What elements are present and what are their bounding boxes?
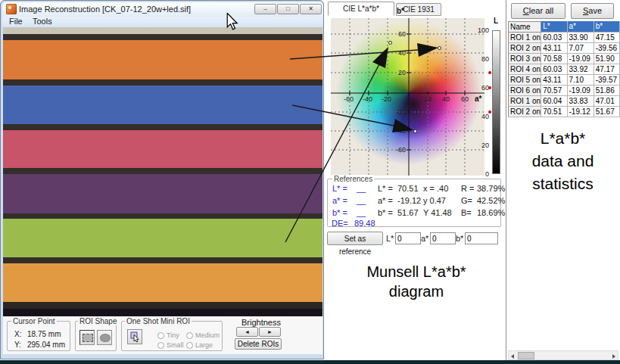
b-tick: 60 — [398, 30, 406, 38]
radio-medium[interactable] — [186, 332, 193, 339]
roi-b: 51.86 — [594, 86, 620, 96]
table-row[interactable]: ROI 4 on C 60.03 33.92 47.17 — [508, 64, 620, 75]
roi-ellipse-button[interactable] — [97, 330, 112, 345]
title-bar[interactable]: Image Reconstruction [CK_07-12_20w+led.s… — [2, 2, 323, 17]
cursor-y-value: 295.04 mm — [27, 341, 65, 349]
delete-rois-button[interactable]: Delete ROIs — [235, 338, 282, 350]
set-as-reference-button[interactable]: Set as reference — [327, 232, 383, 245]
a-tick: -40 — [363, 95, 372, 103]
radio-tiny-label: Tiny — [167, 331, 179, 339]
tab-cie-lab[interactable]: CIE L*a*b* — [328, 2, 394, 16]
table-row[interactable]: ROI 6 on C 70.57 -19.09 51.86 — [508, 86, 620, 96]
b-tick: -60 — [396, 146, 406, 154]
image-reconstruction-window: Image Reconstruction [CK_07-12_20w+led.s… — [0, 0, 324, 359]
delete-rois-label: Delete ROIs — [238, 340, 279, 348]
brightness-label: Brightness — [241, 318, 281, 327]
set-ref-b-label: b* — [456, 234, 463, 243]
rgb-b-label: B= — [461, 208, 472, 217]
roi-name: ROI 1 on C — [508, 33, 541, 43]
image-stripe — [3, 309, 322, 316]
roi-rectangle-button[interactable] — [79, 330, 95, 345]
roi-name: ROI 2 on C — [508, 43, 541, 54]
rgb-r-label: R = — [461, 184, 474, 193]
roi-name: ROI 6 on C — [508, 86, 541, 96]
lab-diagram[interactable]: 60 40 20 -20 -40 -60 -60 -40 -20 20 40 6… — [331, 18, 484, 176]
lab-data-annotation-line1: L*a*b* — [506, 127, 619, 150]
b-tick: -40 — [396, 127, 406, 135]
table-row[interactable]: ROI 1 on C 60.04 33.83 47.01 — [508, 96, 620, 107]
rgb-g-value: 42.52% — [477, 196, 505, 205]
delta-e-value: 89.48 — [354, 219, 375, 228]
brightness-decrease-button[interactable]: ◄ — [236, 327, 258, 337]
minimize-button[interactable]: – — [254, 4, 276, 14]
set-ref-a-label: a* — [421, 234, 428, 243]
menu-tools[interactable]: Tools — [30, 17, 55, 26]
ellipse-roi-icon — [100, 334, 111, 342]
image-stripe — [3, 213, 322, 219]
roi-a: 33.92 — [568, 64, 594, 75]
rgb-r-value: 38.79% — [477, 184, 505, 193]
l-axis-label: L — [494, 17, 498, 25]
a-axis-label: a* — [475, 95, 481, 103]
cursor-point-label: Cursor Point — [11, 317, 57, 325]
column-header-a[interactable]: a* — [568, 21, 594, 33]
l-tick: 40 — [475, 113, 489, 120]
ref-a-blank: __ — [357, 196, 366, 205]
roi-name: ROI 1 on C — [508, 96, 541, 107]
roi-b: 51.90 — [594, 54, 620, 64]
image-stripe-orange2 — [3, 263, 322, 302]
one-shot-roi-button[interactable] — [127, 329, 142, 344]
scrollbar-thumb[interactable] — [518, 352, 534, 359]
menu-bar: File Tools — [2, 17, 323, 28]
scroll-left-arrow-icon[interactable] — [511, 354, 514, 359]
radio-tiny[interactable] — [157, 332, 164, 339]
cursor-point-group: Cursor Point X: 18.75 mm Y: 295.04 mm — [7, 321, 70, 351]
l-marker-dot — [488, 86, 491, 89]
lab-data-annotation-line3: statistics — [506, 173, 619, 195]
b-tick: 20 — [398, 69, 406, 76]
table-row[interactable]: ROI 2 on C 70.51 -19.12 51.67 — [508, 107, 620, 117]
image-stripe — [3, 168, 322, 174]
b-tick: -20 — [396, 108, 406, 116]
lab-point-green-roi — [388, 41, 392, 45]
reconstructed-image[interactable] — [3, 27, 322, 316]
menu-file[interactable]: File — [6, 17, 26, 26]
roi-b: 47.15 — [594, 33, 620, 43]
table-row[interactable]: ROI 3 on C 70.58 -19.09 51.90 — [508, 54, 620, 64]
roi-data-table[interactable]: Name L* a* b* ROI 1 on C 60.03 33.90 47.… — [508, 21, 620, 117]
radio-small[interactable] — [157, 342, 164, 349]
one-shot-label: One Shot Mini ROI — [125, 317, 192, 325]
cur-bigy-value: Y 41.48 — [423, 208, 452, 217]
set-ref-b-input[interactable] — [465, 232, 498, 244]
set-ref-a-input[interactable] — [430, 232, 456, 244]
l-marker-dot — [488, 71, 491, 74]
save-button[interactable]: Save — [571, 3, 614, 19]
l-tick: 60 — [475, 84, 489, 92]
maximize-button[interactable]: □ — [277, 4, 299, 14]
column-header-l[interactable]: L* — [541, 21, 567, 33]
l-tick: 100 — [475, 26, 489, 34]
set-as-reference-label: Set as reference — [339, 235, 371, 256]
roi-name: ROI 2 on C — [508, 107, 541, 117]
radio-large[interactable] — [186, 342, 193, 349]
image-stripe-green — [3, 219, 322, 257]
table-row[interactable]: ROI 5 on C 43.11 7.10 -39.57 — [508, 75, 620, 86]
roi-l: 70.58 — [541, 54, 567, 64]
cur-b-value: 51.67 — [397, 208, 419, 217]
table-row[interactable]: ROI 1 on C 60.03 33.90 47.15 — [508, 33, 620, 43]
close-button[interactable]: ✕ — [300, 4, 322, 14]
scroll-right-arrow-icon[interactable] — [612, 354, 615, 359]
cursor-x-label: X: — [14, 330, 21, 338]
table-row[interactable]: ROI 2 on C 43.11 7.07 -39.56 — [508, 43, 620, 54]
a-tick: 40 — [442, 95, 450, 103]
clear-all-button[interactable]: Clear all — [511, 3, 565, 19]
set-ref-l-input[interactable] — [395, 232, 421, 244]
cur-a-label: a* = — [378, 196, 393, 205]
column-header-b[interactable]: b* — [594, 21, 620, 33]
image-stripe — [3, 124, 322, 130]
roi-l: 60.03 — [541, 33, 567, 43]
image-stripe-blue — [3, 86, 322, 124]
column-header-name[interactable]: Name — [508, 21, 541, 33]
horizontal-scrollbar[interactable] — [508, 350, 618, 360]
brightness-increase-button[interactable]: ► — [259, 327, 281, 337]
